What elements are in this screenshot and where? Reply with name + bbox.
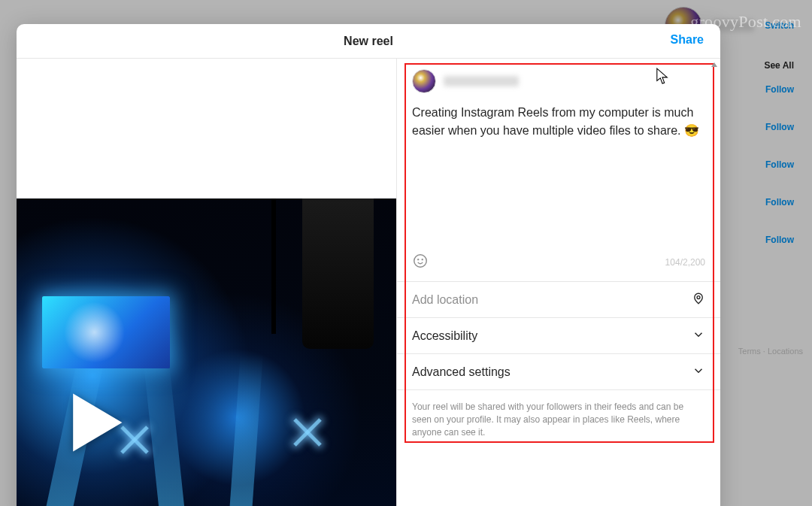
accessibility-label: Accessibility [412, 329, 477, 343]
video-preview[interactable] [17, 59, 396, 506]
video-frame [17, 198, 396, 506]
advanced-settings-row[interactable]: Advanced settings [397, 353, 720, 389]
modal-header: New reel Share [17, 24, 720, 59]
add-location-label: Add location [412, 293, 478, 307]
author-username-redacted [444, 76, 519, 86]
share-button[interactable]: Share [671, 33, 704, 47]
play-icon[interactable] [59, 386, 131, 459]
scrollbar[interactable] [710, 59, 719, 506]
emoji-picker-icon[interactable] [412, 253, 429, 272]
chevron-down-icon [692, 328, 705, 344]
svg-point-4 [697, 295, 700, 298]
caption-text: Creating Instagram Reels from my compute… [412, 106, 699, 137]
author-avatar [412, 69, 436, 93]
add-location-row[interactable]: Add location [397, 281, 720, 317]
svg-point-3 [422, 259, 423, 260]
accessibility-row[interactable]: Accessibility [397, 317, 720, 353]
chevron-down-icon [692, 364, 705, 380]
scroll-up-icon[interactable] [710, 59, 719, 68]
new-reel-modal: New reel Share [17, 24, 720, 506]
svg-point-1 [414, 255, 427, 268]
svg-marker-5 [711, 62, 717, 67]
location-pin-icon [692, 292, 705, 308]
share-disclaimer: Your reel will be shared with your follo… [397, 389, 720, 453]
author-row [397, 59, 720, 99]
caption-textarea[interactable]: Creating Instagram Reels from my compute… [397, 99, 720, 250]
character-counter: 104/2,200 [665, 257, 705, 268]
modal-title: New reel [344, 35, 393, 48]
svg-marker-0 [73, 394, 122, 452]
svg-point-2 [418, 259, 419, 260]
advanced-settings-label: Advanced settings [412, 365, 511, 379]
compose-panel: Creating Instagram Reels from my compute… [396, 59, 720, 506]
